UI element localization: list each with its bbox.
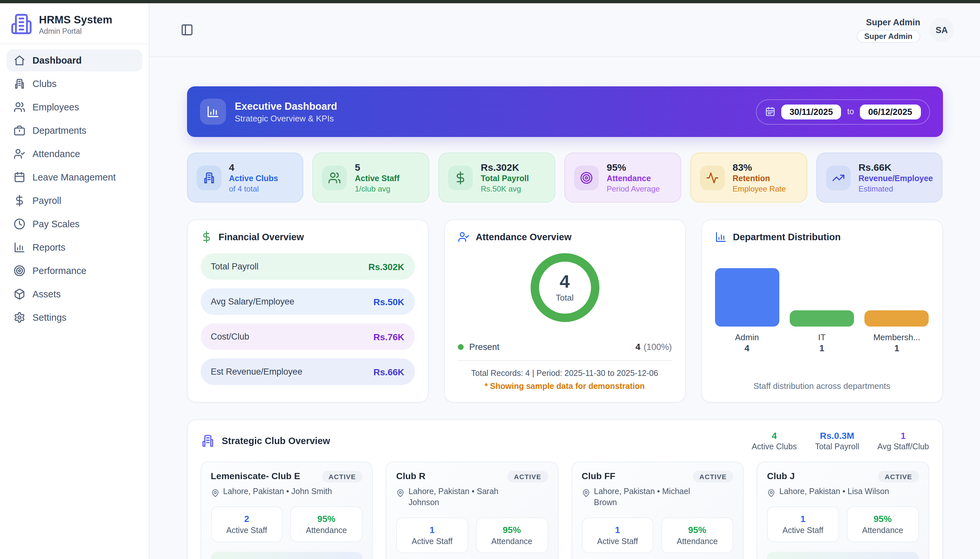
divider bbox=[457, 361, 672, 361]
building-icon bbox=[14, 78, 25, 89]
dollar-icon bbox=[448, 165, 473, 190]
banner-bar-chart-icon bbox=[200, 99, 226, 125]
attendance-box: 95% Attendance bbox=[291, 506, 363, 542]
financial-performance-strip: Financial Perf bbox=[211, 552, 363, 559]
sidebar-item-assets[interactable]: Assets bbox=[7, 283, 142, 305]
financial-row-est-revenue: Est Revenue/Employee Rs.66K bbox=[200, 358, 415, 385]
sidebar-item-leave-management[interactable]: Leave Management bbox=[7, 166, 142, 188]
attendance-box: 95% Attendance bbox=[661, 518, 733, 553]
attendance-overview-card: Attendance Overview 4 Total Present 4(10… bbox=[444, 220, 685, 402]
sidebar-item-departments[interactable]: Departments bbox=[7, 119, 142, 142]
sidebar-nav: Dashboard Clubs Employees Departments At… bbox=[0, 50, 149, 329]
sidebar: HRMS System Admin Portal Dashboard Clubs… bbox=[0, 3, 149, 559]
club-card-club-r[interactable]: Club R ACTIVE Lahore, Pakistan • Sarah J… bbox=[386, 461, 558, 559]
user-check-icon bbox=[14, 148, 25, 160]
kpi-row: 4 Active Clubs of 4 total 5 Active Staff… bbox=[187, 152, 943, 203]
main-area: Super Admin Super Admin SA Executive Das… bbox=[149, 3, 980, 559]
date-range-picker: 30/11/2025 to 06/12/2025 bbox=[756, 99, 930, 124]
banner-subtitle: Strategic Overview & KPIs bbox=[235, 113, 337, 123]
active-staff-box: 1 Active Staff bbox=[396, 518, 468, 553]
club-card-club-j[interactable]: Club J ACTIVE Lahore, Pakistan • Lisa Wi… bbox=[757, 461, 929, 559]
users-icon bbox=[323, 165, 347, 190]
status-badge: ACTIVE bbox=[878, 471, 919, 482]
app-title: HRMS System bbox=[39, 13, 113, 26]
user-block: Super Admin Super Admin bbox=[857, 17, 920, 43]
top-window-strip bbox=[0, 0, 980, 3]
building-icon bbox=[200, 434, 215, 448]
sample-data-note: * Showing sample data for demonstration bbox=[457, 382, 672, 391]
brand: HRMS System Admin Portal bbox=[0, 3, 149, 43]
financial-row-total-payroll: Total Payroll Rs.302K bbox=[200, 253, 415, 280]
financial-row-cost-club: Cost/Club Rs.76K bbox=[200, 323, 415, 350]
dollar-icon bbox=[14, 195, 25, 207]
sidebar-item-clubs[interactable]: Clubs bbox=[7, 73, 142, 95]
target-icon bbox=[14, 265, 25, 276]
present-dot-icon bbox=[457, 344, 464, 350]
map-pin-icon bbox=[767, 489, 775, 497]
sidebar-item-attendance[interactable]: Attendance bbox=[7, 143, 142, 165]
building-logo-icon bbox=[10, 13, 33, 35]
trending-up-icon bbox=[826, 165, 851, 190]
hrms-dashboard: HRMS System Admin Portal Dashboard Clubs… bbox=[0, 0, 980, 559]
club-cards-grid: Lemeniscate- Club E ACTIVE Lahore, Pakis… bbox=[200, 461, 929, 559]
briefcase-icon bbox=[14, 125, 25, 136]
sidebar-item-reports[interactable]: Reports bbox=[7, 237, 142, 258]
banner-title: Executive Dashboard bbox=[235, 100, 337, 112]
department-caption: Staff distribution across departments bbox=[715, 381, 929, 391]
kpi-active-staff: 5 Active Staff 1/club avg bbox=[313, 152, 430, 203]
strategic-club-overview-card: Strategic Club Overview 4 Active Clubs R… bbox=[187, 419, 943, 559]
stat-total-payroll: Rs.0.3M Total Payroll bbox=[815, 430, 859, 451]
sidebar-item-settings[interactable]: Settings bbox=[7, 306, 142, 329]
sidebar-item-payroll[interactable]: Payroll bbox=[7, 190, 142, 212]
active-staff-box: 2 Active Staff bbox=[211, 506, 283, 542]
calendar-icon bbox=[14, 171, 25, 183]
building-icon bbox=[197, 165, 221, 190]
activity-icon bbox=[700, 165, 725, 190]
attendance-legend-present: Present 4(100%) bbox=[457, 342, 672, 352]
clock-icon bbox=[14, 218, 25, 230]
date-from-input[interactable]: 30/11/2025 bbox=[781, 104, 841, 119]
charts-row: Financial Overview Total Payroll Rs.302K… bbox=[187, 220, 943, 402]
gear-icon bbox=[14, 312, 25, 323]
bar-chart-icon bbox=[14, 241, 25, 253]
dollar-icon bbox=[200, 231, 212, 243]
date-to-label: to bbox=[847, 107, 854, 116]
attendance-donut-chart: 4 Total bbox=[530, 253, 599, 322]
dashboard-content: Executive Dashboard Strategic Overview &… bbox=[187, 57, 943, 559]
user-check-icon bbox=[457, 231, 469, 243]
kpi-attendance: 95% Attendance Period Average bbox=[564, 152, 681, 203]
department-distribution-card: Department Distribution Admin 4 IT 1 bbox=[701, 220, 943, 402]
date-to-input[interactable]: 06/12/2025 bbox=[860, 104, 920, 119]
stat-avg-staff: 1 Avg Staff/Club bbox=[877, 430, 929, 451]
user-name: Super Admin bbox=[857, 17, 920, 27]
club-overview-title: Strategic Club Overview bbox=[222, 436, 330, 446]
club-overview-stats: 4 Active Clubs Rs.0.3M Total Payroll 1 A… bbox=[752, 430, 929, 451]
attendance-footer: Total Records: 4 | Period: 2025-11-30 to… bbox=[457, 369, 672, 378]
department-bar-chart: Admin 4 IT 1 Membersh... 1 bbox=[715, 255, 929, 353]
map-pin-icon bbox=[581, 489, 590, 497]
executive-dashboard-banner: Executive Dashboard Strategic Overview &… bbox=[187, 86, 943, 137]
sidebar-item-dashboard[interactable]: Dashboard bbox=[7, 50, 142, 71]
club-card-club-ff[interactable]: Club FF ACTIVE Lahore, Pakistan • Michae… bbox=[571, 461, 743, 559]
sidebar-divider bbox=[0, 43, 149, 44]
panel-left-icon bbox=[180, 23, 194, 36]
financial-row-avg-salary: Avg Salary/Employee Rs.50K bbox=[200, 288, 415, 315]
stat-active-clubs: 4 Active Clubs bbox=[752, 430, 797, 451]
attendance-box: 95% Attendance bbox=[476, 518, 548, 553]
map-pin-icon bbox=[211, 489, 219, 497]
department-distribution-title: Department Distribution bbox=[733, 232, 841, 242]
users-icon bbox=[14, 101, 25, 113]
bar-chart-icon bbox=[715, 231, 727, 243]
map-pin-icon bbox=[396, 489, 405, 497]
kpi-revenue-employee: Rs.66K Revenue/Employee Estimated bbox=[816, 152, 943, 203]
avatar[interactable]: SA bbox=[929, 18, 954, 42]
package-icon bbox=[14, 288, 25, 300]
sidebar-item-pay-scales[interactable]: Pay Scales bbox=[7, 213, 142, 235]
role-badge: Super Admin bbox=[857, 30, 920, 43]
sidebar-item-employees[interactable]: Employees bbox=[7, 96, 142, 118]
financial-overview-title: Financial Overview bbox=[219, 232, 304, 242]
sidebar-toggle-button[interactable] bbox=[180, 22, 197, 38]
club-card-lemeniscate-club-e[interactable]: Lemeniscate- Club E ACTIVE Lahore, Pakis… bbox=[200, 461, 373, 559]
sidebar-item-performance[interactable]: Performance bbox=[7, 260, 142, 282]
target-icon bbox=[574, 165, 599, 190]
